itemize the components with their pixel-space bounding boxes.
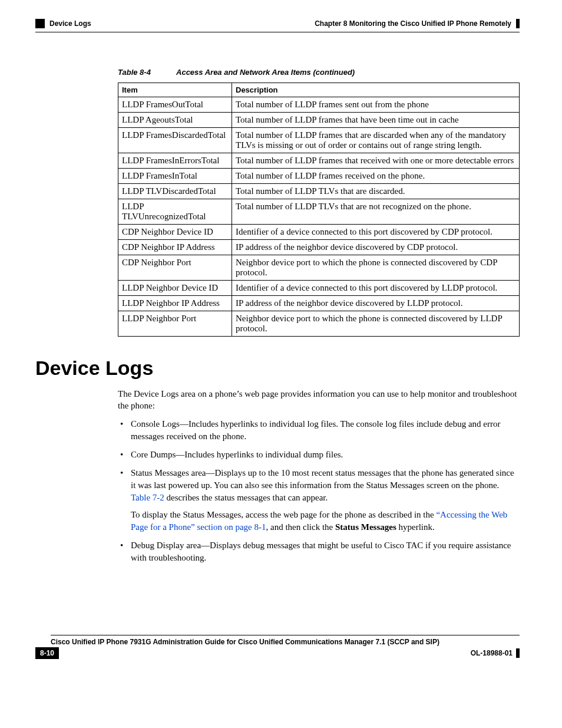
table-row: LLDP AgeoutsTotalTotal number of LLDP fr…: [118, 113, 520, 128]
cell-desc: Total number of LLDP frames that receive…: [232, 153, 520, 169]
running-header: Device Logs Chapter 8 Monitoring the Cis…: [35, 19, 520, 28]
list-item: Status Messages area—Displays up to the …: [118, 467, 520, 533]
cell-desc: Total number of LLDP frames that are dis…: [232, 128, 520, 153]
table-row: LLDP FramesInTotalTotal number of LLDP f…: [118, 169, 520, 184]
cell-item: LLDP FramesInTotal: [118, 169, 232, 184]
xref-link[interactable]: Table 7-2: [131, 493, 164, 502]
cell-item: LLDP Neighbor Device ID: [118, 281, 232, 296]
table-row: LLDP Neighbor PortNeighbor device port t…: [118, 311, 520, 337]
footer-rule: [51, 635, 520, 635]
page-number-badge: 8-10: [35, 647, 59, 659]
header-chapter-label: Chapter 8 Monitoring the Cisco Unified I…: [315, 19, 511, 28]
table-row: LLDP FramesInErrorsTotalTotal number of …: [118, 153, 520, 169]
section-heading: Device Logs: [35, 357, 520, 380]
header-bar-icon: [516, 19, 520, 28]
bullet-text: describes the status messages that can a…: [164, 493, 328, 502]
col-header-desc: Description: [232, 83, 520, 97]
table-row: CDP Neighbor Device IDIdentifier of a de…: [118, 225, 520, 240]
bullet-text: Status Messages area—Displays up to the …: [131, 468, 514, 490]
bullet-text: hyperlink.: [396, 522, 435, 532]
list-item: Core Dumps—Includes hyperlinks to indivi…: [118, 449, 520, 461]
cell-desc: Identifier of a device connected to this…: [232, 281, 520, 296]
cell-item: LLDP TLVUnrecognizedTotal: [118, 199, 232, 225]
cell-item: CDP Neighbor Port: [118, 255, 232, 281]
table-caption: Table 8-4 Access Area and Network Area I…: [118, 68, 520, 77]
col-header-item: Item: [118, 83, 232, 97]
bullet-text: Console Logs—Includes hyperlinks to indi…: [131, 419, 501, 441]
bullet-text: , and then click the: [266, 522, 335, 532]
footer-guide-title: Cisco Unified IP Phone 7931G Administrat…: [51, 638, 520, 646]
table-row: LLDP Neighbor Device IDIdentifier of a d…: [118, 281, 520, 296]
cell-item: CDP Neighbor IP Address: [118, 240, 232, 255]
cell-desc: Total number of LLDP TLVs that are disca…: [232, 184, 520, 199]
footer-bar-icon: [516, 648, 520, 658]
cell-desc: Identifier of a device connected to this…: [232, 225, 520, 240]
bullet-text: To display the Status Messages, access t…: [131, 510, 436, 519]
cell-desc: Total number of LLDP TLVs that are not r…: [232, 199, 520, 225]
cell-item: LLDP FramesInErrorsTotal: [118, 153, 232, 169]
table-caption-number: Table 8-4: [118, 68, 151, 77]
list-item: Console Logs—Includes hyperlinks to indi…: [118, 418, 520, 443]
bold-term: Status Messages: [335, 522, 396, 532]
bullet-text: Debug Display area—Displays debug messag…: [131, 541, 511, 562]
table-row: LLDP TLVDiscardedTotalTotal number of LL…: [118, 184, 520, 199]
table-caption-title: Access Area and Network Area Items (cont…: [176, 68, 355, 77]
header-marker-icon: [35, 19, 45, 28]
cell-item: LLDP FramesOutTotal: [118, 97, 232, 113]
list-item: Debug Display area—Displays debug messag…: [118, 539, 520, 564]
header-rule: [35, 32, 520, 32]
page-footer: Cisco Unified IP Phone 7931G Administrat…: [35, 635, 520, 659]
table-row: LLDP TLVUnrecognizedTotalTotal number of…: [118, 199, 520, 225]
table-row: CDP Neighbor PortNeighbor device port to…: [118, 255, 520, 281]
cell-item: LLDP FramesDiscardedTotal: [118, 128, 232, 153]
cell-item: LLDP TLVDiscardedTotal: [118, 184, 232, 199]
cell-item: LLDP Neighbor IP Address: [118, 296, 232, 311]
cell-desc: Neighbor device port to which the phone …: [232, 311, 520, 337]
table-row: LLDP FramesDiscardedTotalTotal number of…: [118, 128, 520, 153]
cell-desc: IP address of the neighbor device discov…: [232, 296, 520, 311]
header-section-label: Device Logs: [49, 19, 91, 28]
cell-desc: Neighbor device port to which the phone …: [232, 255, 520, 281]
cell-item: LLDP AgeoutsTotal: [118, 113, 232, 128]
bullet-list: Console Logs—Includes hyperlinks to indi…: [118, 418, 520, 564]
cell-desc: IP address of the neighbor device discov…: [232, 240, 520, 255]
table-row: LLDP Neighbor IP AddressIP address of th…: [118, 296, 520, 311]
cell-item: CDP Neighbor Device ID: [118, 225, 232, 240]
items-table: Item Description LLDP FramesOutTotalTota…: [118, 83, 520, 337]
sub-paragraph: To display the Status Messages, access t…: [131, 509, 520, 533]
cell-item: LLDP Neighbor Port: [118, 311, 232, 337]
cell-desc: Total number of LLDP frames that have be…: [232, 113, 520, 128]
cell-desc: Total number of LLDP frames sent out fro…: [232, 97, 520, 113]
cell-desc: Total number of LLDP frames received on …: [232, 169, 520, 184]
table-row: CDP Neighbor IP AddressIP address of the…: [118, 240, 520, 255]
table-row: LLDP FramesOutTotalTotal number of LLDP …: [118, 97, 520, 113]
section-intro: The Device Logs area on a phone’s web pa…: [118, 388, 520, 412]
doc-code: OL-18988-01: [471, 649, 513, 657]
bullet-text: Core Dumps—Includes hyperlinks to indivi…: [131, 450, 343, 459]
